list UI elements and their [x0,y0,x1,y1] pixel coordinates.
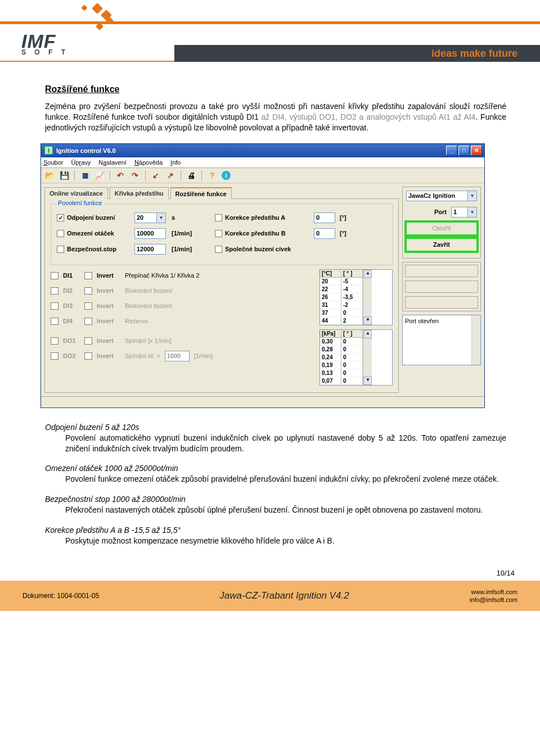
tab-advance-curve[interactable]: Křivka předstihu [110,187,169,199]
table-cell[interactable]: 0 [341,369,363,377]
table-cell[interactable]: 0 [341,346,363,354]
th-kpa: [kPa] [320,330,341,338]
input-odpojeni-value[interactable]: 20 [134,212,157,223]
table-cell[interactable]: 2 [341,317,363,325]
table-ai1[interactable]: [°C][ ° ] 20-5 22-4 26-3,5 31-2 370 442 [320,269,393,325]
tab-extended-functions[interactable]: Rozšířené funkce [170,187,232,199]
minimize-button[interactable]: _ [446,146,457,156]
input-do2-value[interactable]: 1000 [165,351,190,361]
checkbox-do1-invert[interactable] [84,337,92,345]
checkbox-di4[interactable] [51,318,58,325]
checkbox-do2-invert[interactable] [84,352,92,360]
table-cell[interactable]: 0 [341,354,363,361]
chevron-down-icon[interactable]: ▼ [157,212,166,223]
print-icon[interactable]: 🖨 [186,170,196,180]
chevron-down-icon[interactable]: ▼ [468,191,477,201]
chevron-down-icon[interactable]: ▼ [468,207,477,218]
upload-icon[interactable]: ↗ [165,170,176,180]
scrollbar[interactable] [471,315,480,365]
profile-combo[interactable]: JawaCz Ignition ▼ [406,191,477,201]
checkbox-di3-invert[interactable] [84,302,92,310]
table-cell[interactable]: 22 [320,286,341,293]
table-cell[interactable]: 0 [341,338,363,346]
table-cell[interactable]: -2 [341,301,363,309]
label-do1: DO1 [63,337,80,344]
sub-3-title: Bezpečnostní stop 1000 až 28000ot/min [45,495,506,504]
maximize-button[interactable]: □ [458,146,470,156]
table-cell[interactable]: -3,5 [341,293,363,301]
scroll-up-icon[interactable]: ▴ [363,330,372,338]
page-number: 10/14 [0,569,540,581]
checkbox-di2-invert[interactable] [84,287,92,295]
open-icon[interactable]: 📂 [44,170,55,180]
checkbox-omezeni-otacek[interactable] [57,230,64,237]
checkbox-do2[interactable] [51,352,58,360]
undo-icon[interactable]: ↶ [115,170,125,180]
menu-help[interactable]: Nápověda [134,159,163,166]
scroll-down-icon[interactable]: ▾ [363,316,372,325]
table-cell[interactable]: 0,24 [320,354,341,361]
help-icon[interactable]: ? [207,170,217,180]
logo-subtext: S O F T [21,48,69,56]
chart-icon[interactable]: 📈 [94,170,105,180]
bottom-scroll-area[interactable] [41,396,484,408]
titlebar[interactable]: I Ignition control V6.0 _ □ ✕ [41,144,484,157]
table-cell[interactable]: 0,28 [320,346,341,354]
menu-settings[interactable]: Nastavení [98,159,127,166]
input-bezpecnost-value[interactable]: 12000 [134,244,166,255]
grid-icon[interactable]: ▦ [80,170,90,180]
table-cell[interactable]: 0,19 [320,361,341,369]
port-value[interactable]: 1 [451,207,468,218]
table-cell[interactable]: 26 [320,293,341,301]
close-port-button[interactable]: Zavřít [406,238,477,251]
table-cell[interactable]: 0,07 [320,377,341,385]
scroll-up-icon[interactable]: ▴ [363,270,372,278]
redo-icon[interactable]: ↷ [130,170,140,180]
info-icon[interactable]: i [222,171,231,180]
download-icon[interactable]: ↙ [151,170,161,180]
table-cell[interactable]: 37 [320,309,341,317]
table-cell[interactable]: 0 [341,377,363,385]
save-icon[interactable]: 💾 [59,170,69,180]
checkbox-di1[interactable] [51,272,58,279]
input-omezeni-value[interactable]: 10000 [134,228,166,239]
checkbox-korekce-a[interactable] [215,214,222,221]
scroll-down-icon[interactable]: ▾ [363,377,372,385]
label-odpojeni-buzeni: Odpojení buzení [67,214,115,221]
close-button[interactable]: ✕ [471,146,482,156]
checkbox-di1-invert[interactable] [84,272,92,279]
status-log[interactable]: Port otevřen [402,315,481,365]
table-cell[interactable]: 0,30 [320,338,341,346]
table-cell[interactable]: -4 [341,286,363,293]
menu-edit[interactable]: Úpravy [71,159,91,166]
table-cell[interactable]: 31 [320,301,341,309]
table-cell[interactable]: 0,13 [320,369,341,377]
checkbox-do1[interactable] [51,337,58,345]
input-korekce-b[interactable]: 0 [314,228,335,239]
scrollbar[interactable]: ▴ ▾ [363,330,372,385]
checkbox-korekce-b[interactable] [215,230,222,237]
table-cell[interactable]: 20 [320,278,341,286]
checkbox-spolecne-buzeni[interactable] [215,246,222,253]
table-ai2[interactable]: [kPa][ ° ] 0,300 0,280 0,240 0,190 0,130… [320,329,393,386]
open-button[interactable]: Otevřít [406,222,477,235]
input-korekce-a[interactable]: 0 [314,212,335,223]
profile-value[interactable]: JawaCz Ignition [406,191,468,201]
checkbox-bezpecnost-stop[interactable] [57,246,64,253]
label-do2: DO2 [63,352,80,359]
label-di4: DI4 [63,318,80,324]
checkbox-di4-invert[interactable] [84,318,92,325]
scrollbar[interactable]: ▴ ▾ [363,270,372,325]
tab-online-visualization[interactable]: Online vizualizace [44,187,108,199]
table-cell[interactable]: -5 [341,278,363,286]
table-cell[interactable]: 0 [341,309,363,317]
table-cell[interactable]: 44 [320,317,341,325]
table-cell[interactable]: 0 [341,361,363,369]
checkbox-di2[interactable] [51,287,58,295]
section-title: Rozšířené funkce [45,84,506,94]
sub-4-title: Korekce předstihu A a B -15,5 až 15,5° [45,526,506,535]
checkbox-odpojeni-buzeni[interactable]: ✔ [57,214,64,221]
checkbox-di3[interactable] [51,302,58,310]
menu-info[interactable]: Info [170,159,181,166]
menu-file[interactable]: Soubor [43,159,63,166]
